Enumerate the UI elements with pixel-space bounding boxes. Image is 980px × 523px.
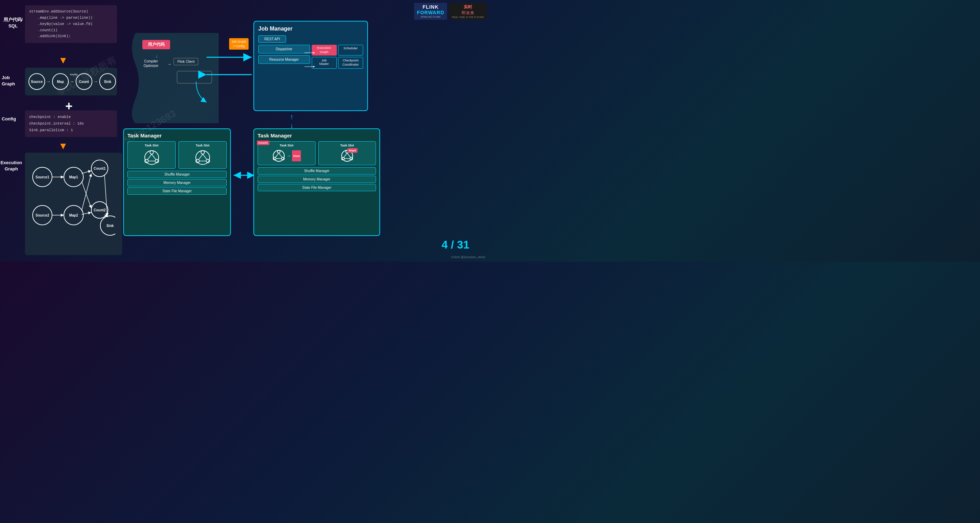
tm2-slot2: Task Slot Map2 (318, 141, 376, 165)
keyby-wrapper: → keyBy (70, 79, 74, 84)
svg-line-16 (81, 171, 91, 173)
tm2-slot2-content: Map2 (340, 149, 354, 163)
arrow-down-2: ▼ (58, 141, 68, 152)
config-text: checkpoint : enable checkpoint.interval … (29, 115, 84, 132)
svg-line-37 (203, 154, 207, 160)
rest-api-box: REST API (258, 35, 286, 43)
jm-tm-arrows: ↑ ↓ (290, 113, 293, 129)
task-manager-1-box: Task Manager Task Slot Task Slot (123, 129, 231, 236)
node-count: Count (76, 73, 92, 90)
config-label: Config (2, 116, 16, 121)
svg-line-30 (152, 154, 156, 160)
user-code-label: 用户代码/ SQL (2, 17, 24, 29)
svg-line-44 (275, 153, 279, 157)
svg-point-26 (150, 151, 153, 154)
flink-text: FLINK (417, 4, 444, 10)
svg-line-45 (279, 153, 282, 157)
tm2-slot2-wrapper: Task Slot Map2 (318, 141, 376, 165)
svg-line-36 (199, 154, 203, 160)
svg-line-52 (347, 153, 351, 157)
job-manager-box: Job Manager REST API Dispatcher Resource… (253, 21, 368, 111)
state-icon: State (292, 150, 301, 161)
jm-inner-arrows (275, 46, 348, 87)
tm2-state-file-manager: State File Manager (258, 184, 376, 191)
map2-label: Map2 (347, 148, 357, 153)
shihou-logo: 实时 即未来 REAL-TIME IS THE FUTURE (449, 3, 487, 20)
arrow-s-m: → (46, 79, 51, 84)
tm1-slot2: Task Slot (178, 141, 227, 169)
tm2-memory-manager: Memory Manager (258, 176, 376, 183)
flink-forward-logo: FLINK FORWARD APACHE FLINK (414, 3, 447, 20)
tm1-slot2-icon (194, 149, 212, 166)
slot1-arrow: → (287, 153, 291, 158)
job-graph-label: Job Graph (2, 75, 15, 87)
csdn-credit: CSDN @Direction_Wind (451, 256, 485, 259)
arrow-down-1: ▼ (58, 55, 68, 66)
page-number: 4 / 31 (442, 238, 469, 251)
exec-graph-svg: Source1 Map1 Count1 Source2 Map2 Count2 … (25, 153, 115, 248)
code-block: streamEnv.addSource(Source) .map(line ->… (25, 5, 117, 43)
svg-text:Count2: Count2 (94, 208, 106, 212)
svg-line-29 (148, 154, 152, 160)
exec-graph-label: Execution Graph (0, 160, 22, 172)
tm1-slots-row: Task Slot Task Slot (127, 141, 227, 169)
svg-text:Map2: Map2 (69, 213, 78, 217)
arrow-m-c: → (70, 79, 74, 84)
shihou-text: 实时 (452, 4, 484, 10)
config-block: checkpoint : enable checkpoint.interval … (25, 110, 117, 137)
tm1-slot1-label: Task Slot (145, 144, 158, 147)
svg-text:Source2: Source2 (35, 213, 49, 217)
tm2-slot1-label: Task Slot (280, 144, 293, 147)
svg-line-17 (81, 181, 91, 208)
tm1-shuffle-manager: Shuffle Manager (127, 171, 227, 178)
tm1-memory-manager: Memory Manager (127, 179, 227, 186)
arrow-c-sink: → (94, 79, 98, 84)
tm1-slot2-label: Task Slot (196, 144, 209, 147)
svg-text:Count1: Count1 (94, 167, 106, 170)
svg-line-51 (344, 153, 347, 157)
tm-horizontal-arrow (232, 170, 256, 182)
keyby-label: keyBy (70, 73, 78, 76)
code-text: streamEnv.addSource(Source) .map(line ->… (29, 10, 93, 38)
tm2-slot1-icon (272, 149, 286, 163)
svg-text:Source1: Source1 (35, 175, 49, 179)
tm2-slot1-content: → State (272, 149, 301, 163)
node-sink: Sink (99, 73, 116, 90)
node-source: Source (29, 73, 45, 90)
job-graph-box: Source → Map → keyBy Count → Sink (25, 68, 117, 95)
shihou-future: 即未来 (452, 10, 484, 16)
tm2-shuffle-manager: Shuffle Manager (258, 167, 376, 175)
logo-area: FLINK FORWARD APACHE FLINK 实时 即未来 REAL-T… (414, 3, 487, 20)
task-manager-2-box: Task Manager Count1 Task Slot (253, 129, 380, 236)
tm2-title: Task Manager (258, 133, 376, 138)
svg-text:Sink: Sink (106, 224, 114, 228)
middle-arrows-svg (123, 40, 255, 109)
tm1-slot1: Task Slot (127, 141, 176, 169)
tm1-state-file-manager: State File Manager (127, 188, 227, 195)
logo-sub: APACHE FLINK (417, 15, 444, 18)
tm2-slot2-label: Task Slot (340, 144, 354, 147)
svg-text:Map1: Map1 (69, 175, 78, 179)
count1-label: Count1 (257, 141, 269, 145)
svg-point-41 (277, 150, 280, 153)
forward-text: FORWARD (417, 10, 444, 15)
tm1-title: Task Manager (127, 133, 227, 138)
tm2-slots-row: Count1 Task Slot (258, 141, 376, 165)
tm2-slot1-wrapper: Count1 Task Slot (258, 141, 315, 165)
exec-graph-box: Source1 Map1 Count1 Source2 Map2 Count2 … (25, 153, 122, 255)
node-map: Map (52, 73, 69, 90)
tm-arrow-svg (232, 170, 256, 180)
shihou-sub: REAL-TIME IS THE FUTURE (452, 16, 484, 18)
tm1-slot1-icon (143, 149, 161, 166)
job-manager-title: Job Manager (258, 26, 363, 32)
svg-point-33 (201, 151, 204, 154)
